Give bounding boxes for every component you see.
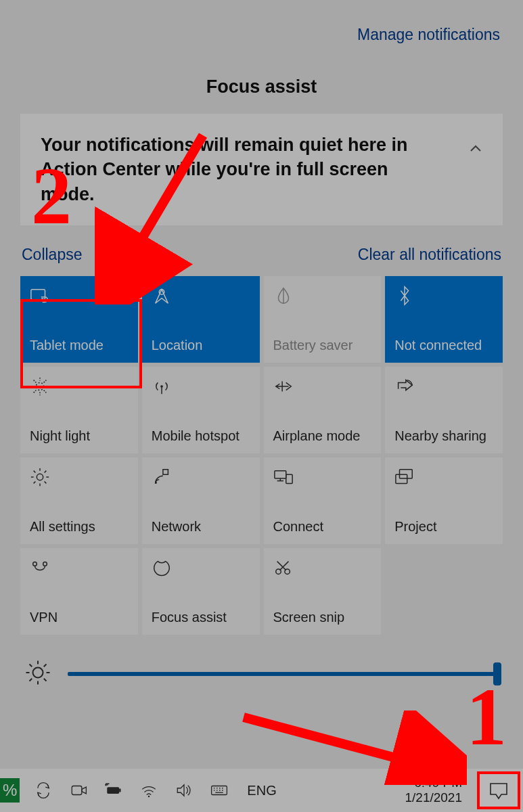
- tile-night-light[interactable]: Night light: [20, 367, 138, 453]
- battery-percent-badge[interactable]: %: [0, 778, 20, 803]
- tile-label: Not connected: [394, 338, 495, 353]
- tile-project[interactable]: Project: [385, 457, 503, 544]
- action-center-panel: Manage notifications Focus assist Your n…: [0, 0, 523, 769]
- clear-all-button[interactable]: Clear all notifications: [358, 246, 501, 264]
- brightness-slider-row: [20, 659, 503, 689]
- tile-label: Tablet mode: [30, 338, 130, 353]
- brightness-slider-thumb[interactable]: [493, 662, 501, 685]
- tile-label: VPN: [30, 610, 130, 625]
- airplane-icon: [273, 376, 373, 398]
- svg-point-13: [160, 385, 163, 388]
- svg-marker-44: [178, 785, 185, 796]
- collapse-button[interactable]: Collapse: [22, 246, 83, 264]
- svg-rect-21: [286, 475, 292, 484]
- svg-point-43: [148, 796, 150, 797]
- tile-label: Connect: [273, 519, 373, 535]
- tile-label: Location: [152, 338, 252, 353]
- brightness-icon: [24, 659, 51, 689]
- hotspot-icon: [152, 376, 252, 398]
- svg-rect-39: [72, 786, 83, 795]
- svg-line-11: [34, 390, 37, 393]
- svg-marker-40: [82, 787, 87, 794]
- svg-rect-41: [108, 787, 120, 794]
- wifi-icon[interactable]: [137, 782, 160, 799]
- manage-notifications-link[interactable]: Manage notifications: [20, 14, 503, 44]
- language-indicator[interactable]: ENG: [243, 783, 280, 798]
- svg-line-36: [44, 679, 47, 681]
- tile-location[interactable]: Location: [142, 276, 260, 363]
- tile-tablet-mode[interactable]: Tablet mode: [20, 276, 138, 363]
- svg-point-17: [155, 482, 157, 484]
- focus-assist-icon: [152, 558, 252, 579]
- svg-rect-42: [119, 789, 120, 792]
- tile-label: Focus assist: [152, 610, 252, 625]
- notification-card[interactable]: Your notifications will remain quiet her…: [20, 114, 503, 225]
- svg-line-12: [44, 380, 47, 383]
- taskbar: % ENG 6:49 PM 1/21/2021: [0, 769, 523, 812]
- tile-nearby-sharing[interactable]: Nearby sharing: [385, 367, 503, 453]
- chevron-up-icon[interactable]: [469, 142, 482, 156]
- settings-icon: [30, 467, 130, 489]
- tile-vpn[interactable]: VPN: [20, 548, 138, 635]
- tile-mobile-hotspot[interactable]: Mobile hotspot: [142, 367, 260, 453]
- tile-all-settings[interactable]: All settings: [20, 457, 138, 544]
- svg-line-35: [30, 664, 32, 667]
- tile-label: Project: [394, 519, 495, 535]
- tile-label: Airplane mode: [273, 428, 373, 444]
- night-light-icon: [30, 376, 130, 398]
- vpn-icon: [30, 558, 130, 579]
- svg-point-24: [33, 562, 37, 566]
- svg-point-30: [33, 668, 43, 678]
- keyboard-icon[interactable]: [208, 782, 231, 799]
- tile-label: Night light: [30, 428, 130, 444]
- project-icon: [394, 467, 495, 489]
- clock-time: 6:49 PM: [414, 775, 462, 790]
- clock-date: 1/21/2021: [405, 790, 462, 805]
- tile-label: All settings: [30, 519, 130, 535]
- screen-snip-icon: [273, 558, 373, 579]
- notification-message: Your notifications will remain quiet her…: [41, 133, 442, 206]
- tile-airplane-mode[interactable]: Airplane mode: [264, 367, 382, 453]
- svg-line-10: [44, 390, 47, 393]
- tile-label: Nearby sharing: [394, 428, 495, 444]
- tile-label: Battery saver: [273, 338, 373, 353]
- brightness-slider[interactable]: [68, 672, 499, 676]
- bluetooth-icon: [394, 286, 495, 307]
- quick-action-tiles: Tablet mode Location Battery saver Not c…: [20, 276, 503, 635]
- tile-label: Screen snip: [273, 610, 373, 625]
- tile-connect[interactable]: Connect: [264, 457, 382, 544]
- svg-rect-18: [274, 471, 286, 478]
- connect-icon: [273, 467, 373, 489]
- svg-rect-0: [31, 290, 45, 300]
- power-icon[interactable]: [102, 782, 125, 799]
- meet-now-icon[interactable]: [67, 782, 90, 799]
- network-icon: [152, 467, 252, 489]
- nearby-sharing-icon: [394, 376, 495, 398]
- section-title: Focus assist: [20, 76, 503, 97]
- svg-line-37: [30, 679, 32, 681]
- svg-rect-23: [396, 475, 407, 484]
- svg-point-15: [37, 474, 43, 480]
- svg-rect-22: [400, 470, 413, 478]
- svg-point-4: [36, 383, 43, 390]
- clock[interactable]: 6:49 PM 1/21/2021: [401, 775, 466, 805]
- tile-battery-saver[interactable]: Battery saver: [264, 276, 382, 363]
- svg-rect-16: [163, 470, 168, 475]
- volume-icon[interactable]: [173, 782, 196, 799]
- svg-point-25: [43, 562, 47, 566]
- tile-screen-snip[interactable]: Screen snip: [264, 548, 382, 635]
- tile-label: Network: [152, 519, 252, 535]
- tile-bluetooth[interactable]: Not connected: [385, 276, 503, 363]
- tray-sync-icon[interactable]: [32, 782, 55, 799]
- battery-saver-icon: [273, 286, 373, 307]
- tile-label: Mobile hotspot: [152, 428, 252, 444]
- tile-network[interactable]: Network: [142, 457, 260, 544]
- action-center-button[interactable]: [478, 773, 519, 808]
- tablet-mode-icon: [30, 286, 130, 307]
- svg-line-9: [34, 380, 37, 383]
- tile-focus-assist[interactable]: Focus assist: [142, 548, 260, 635]
- location-icon: [152, 286, 252, 307]
- svg-line-38: [44, 664, 47, 667]
